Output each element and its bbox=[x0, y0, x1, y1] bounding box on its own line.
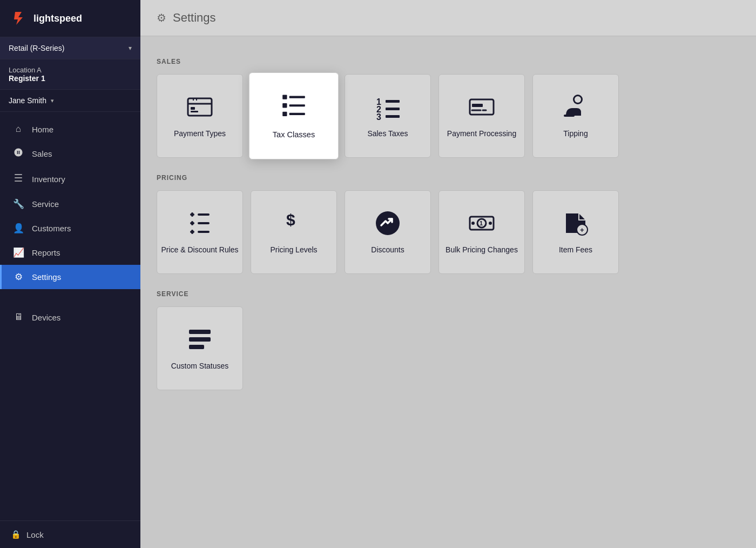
tax-classes-icon bbox=[279, 92, 308, 122]
nav-customers-label: Customers bbox=[32, 224, 71, 233]
sidebar-item-sales[interactable]: Sales bbox=[0, 141, 140, 166]
nav-sales-label: Sales bbox=[32, 149, 52, 158]
payment-types-label: Payment Types bbox=[174, 129, 226, 138]
svg-rect-43 bbox=[189, 330, 211, 334]
page-gear-icon: ⚙ bbox=[157, 11, 166, 24]
nav-settings-label: Settings bbox=[32, 272, 61, 282]
svg-rect-45 bbox=[189, 345, 204, 349]
lock-icon: 🔒 bbox=[11, 530, 21, 539]
pricing-levels-label: Pricing Levels bbox=[270, 245, 317, 255]
item-fees-label: Item Fees bbox=[559, 245, 592, 255]
page-header: ⚙ Settings bbox=[140, 0, 756, 36]
tipping-icon bbox=[562, 93, 590, 121]
pricing-cards-grid: Price & Discount Rules $ Pricing Levels … bbox=[157, 190, 740, 274]
sales-taxes-label: Sales Taxes bbox=[367, 129, 408, 138]
page-title: Settings bbox=[173, 11, 216, 25]
svg-rect-3 bbox=[191, 111, 198, 112]
devices-icon: 🖥 bbox=[12, 312, 24, 323]
card-sales-taxes[interactable]: 1 2 3 Sales Taxes bbox=[345, 74, 431, 158]
svg-point-39 bbox=[471, 222, 475, 225]
reports-icon: 📈 bbox=[12, 247, 24, 258]
sidebar: lightspeed Retail (R-Series) ▾ Location … bbox=[0, 0, 140, 548]
card-payment-types[interactable]: Payment Types bbox=[157, 74, 243, 158]
card-custom-statuses[interactable]: Custom Statuses bbox=[157, 306, 243, 390]
svg-rect-16 bbox=[386, 108, 400, 110]
service-cards-grid: Custom Statuses bbox=[157, 306, 740, 390]
settings-content: SALES Payment Types Tax Classes bbox=[140, 36, 756, 423]
navigation: ⌂ Home Sales Inventory 🔧 Service 👤 Custo… bbox=[0, 112, 140, 520]
custom-statuses-icon bbox=[186, 325, 214, 353]
card-discounts[interactable]: Discounts bbox=[345, 190, 431, 274]
svg-text:$: $ bbox=[286, 211, 295, 229]
store-chevron-icon: ▾ bbox=[129, 44, 132, 52]
svg-rect-8 bbox=[282, 104, 287, 108]
card-tax-classes[interactable]: Tax Classes bbox=[249, 72, 339, 159]
price-discount-rules-icon bbox=[186, 209, 214, 237]
sidebar-item-inventory[interactable]: Inventory bbox=[0, 166, 140, 192]
svg-text:+: + bbox=[580, 226, 584, 234]
item-fees-icon: + bbox=[562, 209, 590, 237]
sidebar-item-home[interactable]: ⌂ Home bbox=[0, 117, 140, 141]
price-discount-rules-label: Price & Discount Rules bbox=[161, 245, 238, 255]
nav-devices-label: Devices bbox=[32, 313, 60, 322]
svg-rect-19 bbox=[472, 104, 483, 107]
svg-rect-44 bbox=[189, 337, 211, 342]
card-tipping[interactable]: Tipping bbox=[532, 74, 619, 158]
pricing-levels-icon: $ bbox=[280, 209, 308, 237]
logo-text: lightspeed bbox=[33, 13, 82, 24]
card-payment-processing[interactable]: Payment Processing bbox=[438, 74, 525, 158]
bulk-pricing-changes-label: Bulk Pricing Changes bbox=[446, 245, 518, 255]
svg-rect-15 bbox=[386, 100, 400, 103]
service-icon: 🔧 bbox=[12, 198, 24, 210]
store-name: Retail (R-Series) bbox=[9, 44, 64, 52]
main-content: ⚙ Settings SALES Payment Types Tax Class… bbox=[140, 0, 756, 548]
payment-types-icon bbox=[186, 93, 214, 121]
nav-inventory-label: Inventory bbox=[32, 175, 65, 184]
card-bulk-pricing-changes[interactable]: 1 Bulk Pricing Changes bbox=[438, 190, 525, 274]
customers-icon: 👤 bbox=[12, 223, 24, 234]
logo-area: lightspeed bbox=[0, 0, 140, 37]
tipping-label: Tipping bbox=[563, 129, 588, 138]
sales-icon bbox=[12, 148, 24, 160]
payment-processing-icon bbox=[468, 93, 496, 121]
nav-service-label: Service bbox=[32, 199, 59, 209]
discounts-label: Discounts bbox=[371, 245, 404, 255]
svg-rect-6 bbox=[282, 95, 287, 99]
svg-rect-7 bbox=[289, 96, 305, 98]
sidebar-item-settings[interactable]: ⚙ Settings bbox=[0, 265, 140, 289]
sales-taxes-icon: 1 2 3 bbox=[374, 93, 402, 121]
sidebar-item-devices[interactable]: 🖥 Devices bbox=[0, 305, 140, 329]
card-price-discount-rules[interactable]: Price & Discount Rules bbox=[157, 190, 243, 274]
service-section-title: SERVICE bbox=[157, 290, 740, 298]
svg-rect-11 bbox=[289, 113, 305, 115]
bulk-pricing-changes-icon: 1 bbox=[468, 209, 496, 237]
svg-point-23 bbox=[575, 96, 581, 103]
sales-section-title: SALES bbox=[157, 58, 740, 65]
svg-rect-17 bbox=[386, 115, 400, 118]
location-area: Location A Register 1 bbox=[0, 59, 140, 90]
sidebar-item-customers[interactable]: 👤 Customers bbox=[0, 216, 140, 240]
discounts-icon bbox=[374, 209, 402, 237]
home-icon: ⌂ bbox=[12, 124, 24, 135]
svg-rect-24 bbox=[564, 115, 575, 117]
sidebar-item-service[interactable]: 🔧 Service bbox=[0, 192, 140, 216]
sidebar-item-reports[interactable]: 📈 Reports bbox=[0, 240, 140, 265]
nav-home-label: Home bbox=[32, 125, 53, 134]
lightspeed-logo-icon bbox=[11, 10, 28, 27]
svg-point-40 bbox=[489, 222, 492, 225]
pricing-section-title: PRICING bbox=[157, 174, 740, 182]
lock-button[interactable]: 🔒 Lock bbox=[0, 520, 140, 548]
nav-reports-label: Reports bbox=[32, 248, 60, 257]
user-name: Jane Smith bbox=[9, 96, 46, 105]
custom-statuses-label: Custom Statuses bbox=[171, 361, 229, 371]
svg-text:1: 1 bbox=[480, 220, 483, 226]
location-name: Location A bbox=[9, 66, 132, 74]
user-area[interactable]: Jane Smith ▾ bbox=[0, 90, 140, 112]
sales-cards-grid: Payment Types Tax Classes 1 2 3 bbox=[157, 74, 740, 158]
user-chevron-icon: ▾ bbox=[51, 97, 54, 104]
card-item-fees[interactable]: + Item Fees bbox=[532, 190, 619, 274]
tax-classes-label: Tax Classes bbox=[273, 129, 315, 139]
card-pricing-levels[interactable]: $ Pricing Levels bbox=[251, 190, 337, 274]
settings-icon: ⚙ bbox=[12, 271, 24, 283]
store-selector[interactable]: Retail (R-Series) ▾ bbox=[0, 37, 140, 59]
